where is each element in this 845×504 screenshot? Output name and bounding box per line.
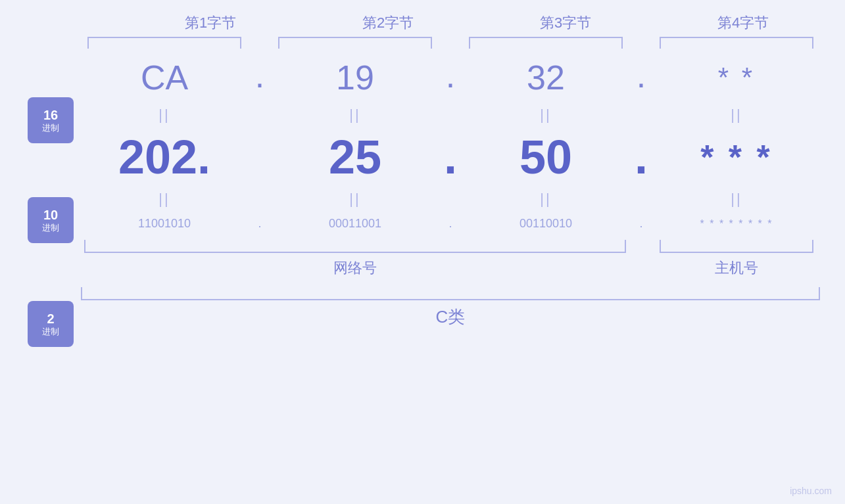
- bin-val-3: 00110010: [460, 212, 631, 236]
- class-bracket: [79, 287, 822, 300]
- dec-badge-num: 10: [43, 207, 58, 223]
- eq-1: ||: [79, 106, 250, 124]
- watermark: ipshu.com: [790, 486, 832, 496]
- bin-badge-label: 进制: [42, 327, 59, 337]
- dec-val-2: 25: [270, 127, 441, 187]
- dec-dot-3: .: [631, 130, 651, 184]
- bin-dot-1: .: [250, 217, 270, 231]
- bin-val-2: 00011001: [270, 212, 441, 236]
- eq-7: ||: [460, 191, 631, 208]
- bin-val-4: * * * * * * * *: [651, 213, 822, 235]
- hex-dot-1: .: [250, 56, 270, 95]
- col-header-2: 第2字节: [309, 13, 467, 37]
- hex-val-1: CA: [79, 49, 250, 103]
- page-container: 16 进制 10 进制 2 进制 第1字节 第2字节 第3字节 第4字节: [0, 0, 845, 504]
- top-brackets: [79, 37, 822, 49]
- equals-row-2: || || || ||: [79, 191, 822, 208]
- bin-dot-2: .: [441, 217, 460, 231]
- bin-row: 11001010 . 00011001 . 00110010 . * * * *…: [79, 212, 822, 236]
- bottom-brackets-1: [79, 240, 822, 253]
- dec-dot-2: .: [441, 130, 460, 184]
- hex-badge-num: 16: [43, 107, 58, 123]
- dec-val-4: * * *: [651, 135, 822, 179]
- eq-6: ||: [270, 191, 441, 208]
- hex-row: CA . 19 . 32 . * *: [79, 49, 822, 103]
- main-grid: 第1字节 第2字节 第3字节 第4字节: [79, 13, 822, 329]
- col-headers-row: 第1字节 第2字节 第3字节 第4字节: [132, 13, 822, 37]
- hex-badge-label: 进制: [42, 123, 59, 133]
- eq-4: ||: [651, 106, 822, 124]
- class-label: C类: [79, 306, 822, 329]
- bin-val-1: 11001010: [79, 212, 250, 236]
- col-header-1: 第1字节: [132, 13, 289, 37]
- hex-val-4: * *: [651, 53, 822, 99]
- col-header-4: 第4字节: [664, 13, 822, 37]
- dec-badge: 10 进制: [28, 197, 74, 243]
- bin-badge: 2 进制: [28, 301, 74, 347]
- badges-column: 16 进制 10 进制 2 进制: [28, 97, 74, 347]
- network-host-labels: 网络号 主机号: [79, 258, 822, 278]
- class-label-row: C类: [79, 306, 822, 329]
- dec-row: 202. 25 . 50 . * * *: [79, 127, 822, 187]
- eq-5: ||: [79, 191, 250, 208]
- hex-val-2: 19: [270, 49, 441, 103]
- dec-val-1: 202.: [79, 127, 250, 187]
- eq-8: ||: [651, 191, 822, 208]
- hex-dot-3: .: [631, 56, 651, 95]
- host-label: 主机号: [651, 258, 822, 278]
- dec-badge-label: 进制: [42, 223, 59, 233]
- col-header-3: 第3字节: [487, 13, 644, 37]
- bin-badge-num: 2: [47, 311, 54, 327]
- eq-2: ||: [270, 106, 441, 124]
- network-label: 网络号: [79, 258, 631, 278]
- bin-dot-3: .: [631, 217, 651, 231]
- hex-badge: 16 进制: [28, 97, 74, 143]
- equals-row-1: || || || ||: [79, 106, 822, 124]
- hex-val-3: 32: [460, 49, 631, 103]
- hex-dot-2: .: [441, 56, 460, 95]
- dec-val-3: 50: [460, 127, 631, 187]
- eq-3: ||: [460, 106, 631, 124]
